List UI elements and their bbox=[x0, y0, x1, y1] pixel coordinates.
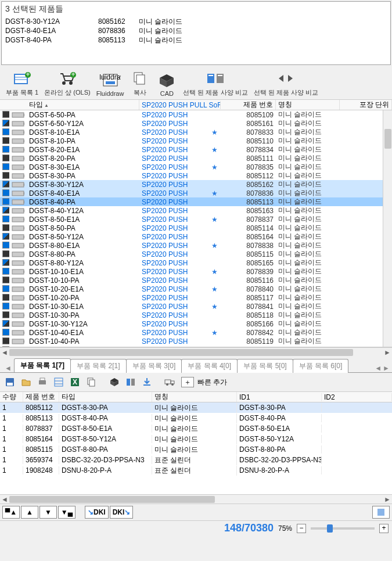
scrollbar-thumb[interactable] bbox=[384, 129, 391, 149]
dki-in-button[interactable]: ↘DKI bbox=[85, 506, 109, 519]
nav-down-button[interactable]: ▼ bbox=[39, 506, 57, 519]
grid-row[interactable]: DGST-8-80-E1A SP2020 PUSH ★ 8078838 미니 슬… bbox=[0, 241, 392, 250]
dki-out-button[interactable]: DKI↘ bbox=[110, 506, 134, 519]
grid-row[interactable]: DGST-8-30-PA SP2020 PUSH 8085112 미니 슬라이드 bbox=[0, 171, 392, 180]
col-type[interactable]: 타입▲ bbox=[27, 100, 139, 110]
lower-grid-row[interactable]: 1 3659374 DSBC-32-20-D3-PPSA-N3 표준 실린더 D… bbox=[0, 455, 392, 465]
zoom-out-button[interactable]: − bbox=[297, 524, 306, 533]
parts-list-tab[interactable]: 부품 목록 1[7] bbox=[14, 358, 71, 372]
grid-row[interactable]: DGST-8-40-PA SP2020 PUSH 8085113 미니 슬라이드 bbox=[0, 197, 392, 206]
grid-row[interactable]: DGST-10-40-Y12A SP2020 PUSH 8085167 미니 슬… bbox=[0, 346, 392, 347]
grid-row[interactable]: DGST-8-40-Y12A SP2020 PUSH 8085163 미니 슬라… bbox=[0, 206, 392, 215]
scroll-right-icon[interactable]: ► bbox=[383, 495, 392, 504]
lcol-id2[interactable]: ID2 bbox=[322, 393, 392, 401]
svg-rect-26 bbox=[12, 121, 24, 126]
cell-type: DGST-8-20-E1A bbox=[27, 146, 139, 154]
grid-row[interactable]: DGST-8-10-E1A SP2020 PUSH ★ 8078833 미니 슬… bbox=[0, 128, 392, 136]
lcol-type[interactable]: 타입 bbox=[59, 392, 152, 402]
excel-icon[interactable]: X bbox=[67, 375, 82, 389]
grid-row[interactable]: DGST-8-40-E1A SP2020 PUSH ★ 8078836 미니 슬… bbox=[0, 189, 392, 197]
grid-row[interactable]: DGST-10-20-PA SP2020 PUSH 8085117 미니 슬라이… bbox=[0, 293, 392, 302]
lower-grid-row[interactable]: 1 8078837 DGST-8-50-E1A 미니 슬라이드 DGST-8-5… bbox=[0, 423, 392, 434]
lcol-pn[interactable]: 제품 번호 bbox=[23, 392, 59, 402]
scroll-left-icon[interactable]: ◄ bbox=[0, 495, 9, 504]
col-product-number[interactable]: 제품 번호 bbox=[221, 100, 276, 110]
lower-grid-row[interactable]: 1 8085112 DGST-8-30-PA 미니 슬라이드 DGST-8-30… bbox=[0, 402, 392, 413]
parts-list-tab[interactable]: 부품 목록 2[1] bbox=[70, 359, 127, 373]
grid-row[interactable]: DGST-10-30-E1A SP2020 PUSH ★ 8078841 미니 … bbox=[0, 302, 392, 311]
lcol-name[interactable]: 명칭 bbox=[152, 392, 237, 402]
cad-button[interactable]: CAD bbox=[154, 69, 179, 98]
grid-row[interactable]: DGST-10-20-E1A SP2020 PUSH ★ 8078840 미니 … bbox=[0, 285, 392, 293]
fluiddraw-button[interactable]: Fluiddraw Fluiddraw bbox=[94, 69, 127, 98]
grid-row[interactable]: DGST-10-30-Y12A SP2020 PUSH 8085166 미니 슬… bbox=[0, 319, 392, 328]
parts-list-tab[interactable]: 부품 목록 5[0] bbox=[237, 359, 293, 373]
grid-icon[interactable] bbox=[51, 375, 66, 389]
grid-row[interactable]: DGST-6-50-PA SP2020 PUSH 8085109 미니 슬라이드 bbox=[0, 110, 392, 119]
grid-row[interactable]: DGST-8-20-E1A SP2020 PUSH ★ 8078834 미니 슬… bbox=[0, 145, 392, 154]
copy-button[interactable]: 복사 bbox=[127, 69, 153, 98]
grid-row[interactable]: DGST-8-10-PA SP2020 PUSH 8085110 미니 슬라이드 bbox=[0, 136, 392, 145]
grid-row[interactable]: DGST-8-30-E1A SP2020 PUSH ★ 8078835 미니 슬… bbox=[0, 163, 392, 171]
print-icon[interactable] bbox=[35, 375, 50, 389]
col-name[interactable]: 명칭 bbox=[276, 100, 340, 110]
grid-row[interactable]: DGST-8-80-PA SP2020 PUSH 8085115 미니 슬라이드 bbox=[0, 250, 392, 258]
zoom-slider[interactable] bbox=[311, 527, 375, 530]
cad-cube-icon[interactable] bbox=[107, 375, 122, 389]
grid-row[interactable]: DGST-10-30-PA SP2020 PUSH 8085118 미니 슬라이… bbox=[0, 311, 392, 319]
vertical-scrollbar[interactable] bbox=[383, 110, 392, 347]
download-icon[interactable] bbox=[139, 375, 154, 389]
spec-compare2-button[interactable]: 선택 된 제품 사양 비교 bbox=[251, 69, 321, 98]
h-scrollbar-thumb[interactable] bbox=[9, 349, 353, 356]
h-scrollbar-thumb[interactable] bbox=[9, 496, 215, 503]
tab-scroll-left-icon[interactable]: ◄ bbox=[2, 364, 14, 372]
lower-horizontal-scrollbar[interactable]: ◄ ► bbox=[0, 494, 392, 504]
open-icon[interactable] bbox=[19, 375, 34, 389]
quick-add-plus-button[interactable]: ＋ bbox=[181, 377, 194, 387]
options-icon[interactable] bbox=[372, 506, 390, 519]
nav-first-button[interactable]: ▀▲ bbox=[2, 506, 20, 519]
scroll-right-icon[interactable]: ► bbox=[383, 348, 392, 357]
copy-icon[interactable] bbox=[84, 375, 99, 389]
spec-compare-button[interactable]: 선택 된 제품 사양 비교 bbox=[181, 69, 250, 98]
grid-row[interactable]: DGST-10-40-E1A SP2020 PUSH ★ 8078842 미니 … bbox=[0, 328, 392, 337]
toolbar-label: 온라인 샾 (OLS) bbox=[44, 88, 90, 97]
svg-rect-42 bbox=[12, 191, 24, 196]
parts-list-tab[interactable]: 부품 목록 6[0] bbox=[293, 359, 349, 373]
grid-row[interactable]: DGST-8-80-Y12A SP2020 PUSH 8085165 미니 슬라… bbox=[0, 258, 392, 267]
grid-row[interactable]: DGST-10-10-E1A SP2020 PUSH ★ 8078839 미니 … bbox=[0, 267, 392, 276]
parts-list-tab[interactable]: 부품 목록 3[0] bbox=[126, 359, 182, 373]
zoom-in-button[interactable]: + bbox=[379, 524, 389, 533]
grid-row[interactable]: DGST-10-10-PA SP2020 PUSH 8085116 미니 슬라이… bbox=[0, 276, 392, 285]
grid-row[interactable]: DGST-8-50-PA SP2020 PUSH 8085114 미니 슬라이드 bbox=[0, 224, 392, 232]
nav-last-button[interactable]: ▼▄ bbox=[58, 506, 75, 519]
lower-grid-row[interactable]: 1 8085113 DGST-8-40-PA 미니 슬라이드 DGST-8-40… bbox=[0, 413, 392, 423]
svg-rect-30 bbox=[12, 139, 24, 143]
save-icon[interactable] bbox=[2, 375, 17, 389]
truck-icon[interactable] bbox=[163, 375, 178, 389]
sel-pn: 8078836 bbox=[98, 26, 139, 35]
grid-row[interactable]: DGST-8-50-E1A SP2020 PUSH ★ 8078837 미니 슬… bbox=[0, 215, 392, 224]
parts-list-tab[interactable]: 부품 목록 4[0] bbox=[181, 359, 238, 373]
grid-row[interactable]: DGST-8-50-Y12A SP2020 PUSH 8085164 미니 슬라… bbox=[0, 232, 392, 241]
col-pack[interactable]: 포장 단위 bbox=[340, 100, 392, 110]
col-sp2020[interactable]: SP2020 PUSH PULL SoR ★ bbox=[139, 101, 221, 109]
parts-list-button[interactable]: + 부품 목록 1 bbox=[3, 69, 41, 98]
tab-scroll-right-icon[interactable]: ► bbox=[383, 364, 390, 372]
horizontal-scrollbar[interactable]: ◄ ► bbox=[0, 347, 392, 357]
grid-row[interactable]: DGST-8-20-PA SP2020 PUSH 8085111 미니 슬라이드 bbox=[0, 154, 392, 163]
lower-grid-row[interactable]: 1 8085115 DGST-8-80-PA 미니 슬라이드 DGST-8-80… bbox=[0, 444, 392, 455]
scroll-left-icon[interactable]: ◄ bbox=[0, 348, 9, 357]
lower-grid-row[interactable]: 1 8085164 DGST-8-50-Y12A 미니 슬라이드 DGST-8-… bbox=[0, 434, 392, 444]
grid-row[interactable]: DGST-10-40-PA SP2020 PUSH 8085119 미니 슬라이… bbox=[0, 337, 392, 346]
grid-row[interactable]: DGST-6-50-Y12A SP2020 PUSH 8085161 미니 슬라… bbox=[0, 119, 392, 128]
lcol-id1[interactable]: ID1 bbox=[237, 393, 322, 401]
grid-row[interactable]: DGST-8-30-Y12A SP2020 PUSH 8085162 미니 슬라… bbox=[0, 180, 392, 189]
online-shop-button[interactable]: + 온라인 샾 (OLS) bbox=[42, 69, 92, 98]
lower-grid-row[interactable]: 1 1908248 DSNU-8-20-P-A 표준 실린더 DSNU-8-20… bbox=[0, 465, 392, 476]
zoom-slider-thumb[interactable] bbox=[327, 524, 333, 533]
lcol-qty[interactable]: 수량 bbox=[0, 392, 23, 402]
compare-icon[interactable] bbox=[123, 375, 138, 389]
nav-up-button[interactable]: ▲ bbox=[21, 506, 38, 519]
tab-scroll-left-icon[interactable]: ◄ bbox=[375, 364, 382, 372]
